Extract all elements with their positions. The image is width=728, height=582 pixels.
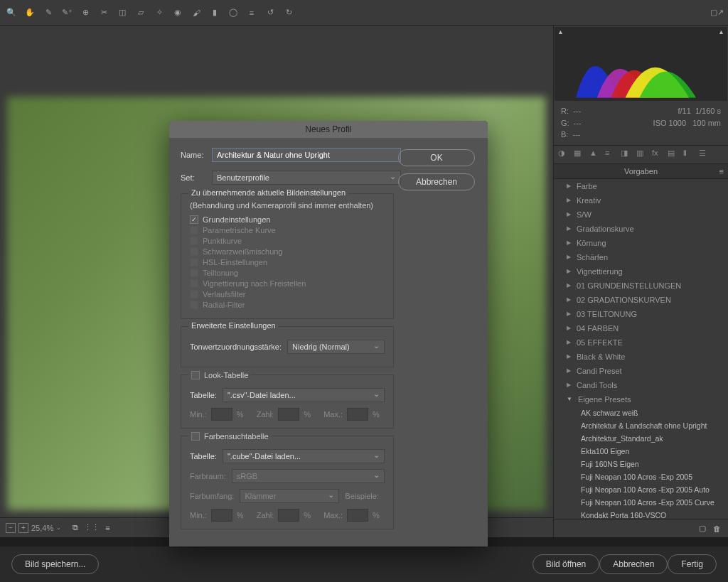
main-toolbar: 🔍 ✋ ✎ ✎⁺ ⊕ ✂ ◫ ▱ ✧ ◉ 🖌 ▮ ◯ ≡ ↺ ↻ ▢↗ [0, 0, 728, 26]
preset-item[interactable]: Kondakt Porta 160-VSCO [554, 509, 728, 519]
rotate-cw-icon[interactable]: ↻ [283, 7, 294, 18]
spot-icon[interactable]: ✧ [154, 7, 165, 18]
radial-icon[interactable]: ◯ [228, 7, 239, 18]
preset-item[interactable]: AK schwarz weiß [554, 406, 728, 419]
straighten-icon[interactable]: ◫ [117, 7, 128, 18]
look-table-check[interactable]: Look-Tabelle [188, 371, 251, 379]
preset-item[interactable]: Ekta100 Eigen [554, 445, 728, 458]
tab-basic-icon[interactable]: ◑ [558, 149, 569, 160]
menu-icon[interactable]: ≡ [105, 524, 109, 532]
look-max-input[interactable] [347, 408, 368, 421]
tab-calib-icon[interactable]: ▤ [668, 149, 679, 160]
preset-folder[interactable]: ▶Schärfen [554, 250, 728, 264]
side-panel: ▲ ▲ R: --- G: --- B: --- f/11 1/160 s IS… [553, 26, 728, 537]
group-settings-sub: (Behandlung und Kameraprofil sind immer … [190, 201, 385, 210]
metadata: R: --- G: --- B: --- f/11 1/160 s ISO 10… [554, 101, 728, 146]
histogram[interactable]: ▲ ▲ [555, 27, 727, 101]
colorspace-label: Farbraum: [190, 472, 226, 480]
preset-item[interactable]: Fuji Neopan 100 Acros -Exp 2005 Auto [554, 483, 728, 496]
gradient-icon[interactable]: ▮ [209, 7, 220, 18]
set-select[interactable]: Benutzerprofile [212, 171, 401, 185]
look-count-input[interactable] [278, 408, 299, 421]
preset-folder[interactable]: ▶Gradationskurve [554, 222, 728, 236]
preset-item[interactable]: Architektur_Standard_ak [554, 432, 728, 445]
preset-folder[interactable]: ▶Candi Tools [554, 378, 728, 392]
gamut-label: Farbumfang: [190, 492, 234, 500]
option-check: Vignettierung nach Freistellen [190, 279, 385, 288]
rotate-ccw-icon[interactable]: ↺ [264, 7, 276, 18]
color-min-input[interactable] [211, 509, 232, 522]
preset-item[interactable]: Fuji Neopan 100 Acros -Exp 2005 [554, 470, 728, 483]
look-min-input[interactable] [211, 408, 232, 421]
cancel-button[interactable]: Abbrechen [599, 554, 668, 574]
cube-table-label: Tabelle: [190, 452, 217, 460]
preset-folder[interactable]: ▶Candi Preset [554, 364, 728, 378]
list-icon[interactable]: ≡ [246, 7, 257, 18]
presets-menu-icon[interactable]: ≡ [719, 167, 724, 176]
preset-item[interactable]: Fuji Neopan 100 Acros -Exp 2005 Curve [554, 496, 728, 509]
tone-select[interactable]: Niedrig (Normal) [287, 340, 385, 354]
tab-fx-icon[interactable]: fx [652, 149, 663, 160]
tab-curve-icon[interactable]: ▦ [574, 149, 585, 160]
transform-icon[interactable]: ▱ [135, 7, 146, 18]
preset-folder[interactable]: ▶Vignettierung [554, 264, 728, 279]
brush-icon[interactable]: 🖌 [191, 7, 202, 18]
preset-folder-eigene[interactable]: ▼Eigene Presets [554, 392, 728, 406]
preset-folder[interactable]: ▶S/W [554, 208, 728, 222]
zoom-in-icon[interactable]: + [18, 523, 28, 533]
save-image-button[interactable]: Bild speichern... [11, 554, 99, 574]
option-check: Radial-Filter [190, 301, 385, 309]
color-max-input[interactable] [347, 509, 368, 522]
preset-folder[interactable]: ▶Farbe [554, 179, 728, 193]
zoom-out-icon[interactable]: − [6, 523, 16, 533]
preset-list[interactable]: ▶Farbe▶Kreativ▶S/W▶Gradationskurve▶Körnu… [554, 179, 728, 519]
eyedropper-icon[interactable]: ✎ [43, 7, 54, 18]
name-label: Name: [181, 151, 206, 159]
done-button[interactable]: Fertig [668, 554, 717, 574]
dialog-cancel-button[interactable]: Abbrechen [398, 173, 475, 190]
compare-icon[interactable]: ⧉ [73, 523, 78, 532]
preset-folder[interactable]: ▶Kreativ [554, 193, 728, 208]
cube-select[interactable]: ".cube"-Datei laden... [223, 449, 385, 463]
crop-icon[interactable]: ✂ [98, 7, 109, 18]
zoom-icon[interactable]: 🔍 [6, 7, 17, 18]
tab-hsl-icon[interactable]: ≡ [605, 149, 616, 160]
ok-button[interactable]: OK [398, 149, 475, 166]
preset-item[interactable]: Fuji 160NS Eigen [554, 458, 728, 470]
tab-lens-icon[interactable]: ▥ [636, 149, 648, 160]
side-footer: ▢ 🗑 [554, 519, 728, 537]
zoom-value[interactable]: 25,4% [31, 524, 53, 532]
colorlookup-check[interactable]: Farbensuchtabelle [188, 432, 272, 441]
open-image-button[interactable]: Bild öffnen [532, 554, 600, 574]
redeye-icon[interactable]: ◉ [172, 7, 183, 18]
preset-item[interactable]: Architektur & Landschaft ohne Upright [554, 419, 728, 432]
preset-folder[interactable]: ▶05 EFFEKTE [554, 335, 728, 350]
hand-icon[interactable]: ✋ [24, 7, 36, 18]
option-check[interactable]: Grundeinstellungen [190, 215, 385, 224]
name-input[interactable] [212, 148, 401, 162]
tab-presets-icon[interactable]: ⫴ [683, 149, 695, 160]
preset-folder[interactable]: ▶Black & White [554, 350, 728, 364]
sliders-icon[interactable]: ⋮⋮ [84, 523, 100, 532]
preset-folder[interactable]: ▶02 GRADATIONSKURVEN [554, 293, 728, 307]
option-check: Teiltonung [190, 269, 385, 277]
csv-select[interactable]: ".csv"-Datei laden... [223, 388, 385, 402]
new-preset-icon[interactable]: ▢ [699, 524, 706, 533]
delete-preset-icon[interactable]: 🗑 [713, 524, 721, 533]
new-profile-dialog: Neues Profil Name: Set: Benutzerprofile … [169, 121, 488, 546]
clip-highlight-icon[interactable]: ▲ [718, 28, 724, 36]
color-sampler-icon[interactable]: ✎⁺ [61, 7, 73, 18]
clip-shadow-icon[interactable]: ▲ [557, 28, 564, 36]
tab-snapshots-icon[interactable]: ☰ [699, 149, 710, 160]
preset-folder[interactable]: ▶03 TEILTONUNG [554, 307, 728, 321]
preset-folder[interactable]: ▶04 FARBEN [554, 321, 728, 335]
preset-folder[interactable]: ▶Körnung [554, 236, 728, 250]
target-icon[interactable]: ⊕ [80, 7, 91, 18]
color-count-input[interactable] [278, 509, 299, 522]
mark-icon[interactable]: ▢↗ [711, 7, 722, 18]
tab-detail-icon[interactable]: ▲ [589, 149, 601, 160]
preset-folder[interactable]: ▶01 GRUNDEINSTELLUNGEN [554, 279, 728, 293]
option-check: Schwarzweißmischung [190, 247, 385, 256]
tab-split-icon[interactable]: ◨ [621, 149, 632, 160]
bottom-bar: Bild speichern... Bild öffnen Abbrechen … [0, 546, 728, 582]
